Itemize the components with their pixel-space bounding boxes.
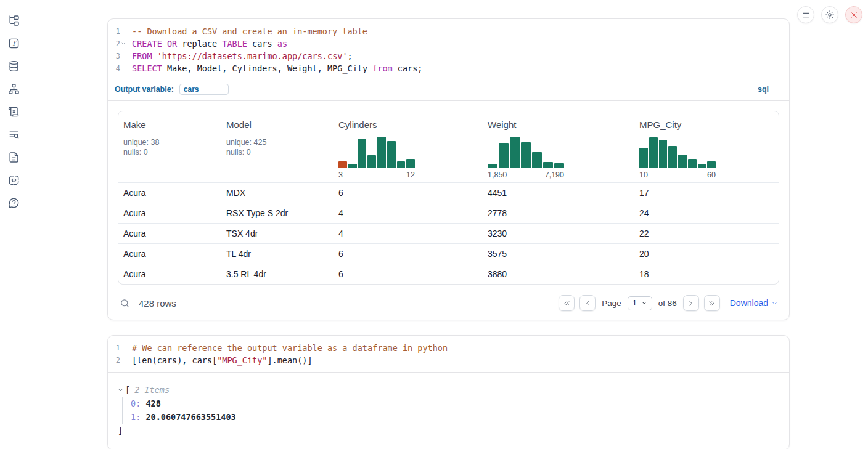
svg-text:f: f [12,39,17,47]
page-select-value: 1 [633,299,637,307]
sidebar-item-snippets[interactable] [7,174,20,186]
sidebar-item-file-tree[interactable] [7,14,20,26]
table-cell: Acura [118,188,221,198]
tree-entry: 0: 428 [131,397,779,410]
table-cell: Acura [118,269,221,279]
sidebar: f [0,0,27,449]
page-select[interactable]: 1 [628,296,652,310]
table-cell: 3.5 RL 4dr [221,269,334,279]
previous-page-button[interactable] [579,295,596,311]
table-cell: 4 [334,229,483,238]
table-cell: 4451 [483,188,634,198]
file-text-icon [8,152,20,163]
gear-icon [825,10,835,20]
chevrons-left-icon [563,299,571,307]
cell-output-divider [108,100,789,101]
histogram-bar [387,141,396,168]
table-body: AcuraMDX6445117AcuraRSX Type S 2dr427782… [118,182,779,284]
sidebar-item-help[interactable] [7,196,20,209]
collapse-chevron-icon[interactable] [118,387,123,393]
table-header-row: Makeunique: 38nulls: 0Modelunique: 425nu… [118,111,779,182]
notebook: 1-- Download a CSV and create an in-memo… [107,18,790,449]
menu-button[interactable] [797,6,814,23]
histogram-bar [659,140,668,168]
table-cell: 17 [634,188,779,198]
table-row: AcuraMDX6445117 [118,182,779,203]
sql-cell-footer: Output variable: sql [108,80,789,100]
sidebar-item-scratchpad[interactable] [7,105,20,118]
table-cell: Acura [118,249,221,259]
histogram-bar [499,143,509,168]
histogram-bar [668,146,677,168]
table-cell: RSX Type S 2dr [221,208,334,218]
table-row: AcuraTSX 4dr4323022 [118,223,779,243]
search-button[interactable] [120,298,130,309]
histogram-bar [488,164,497,168]
column-header-make[interactable]: Makeunique: 38nulls: 0 [118,119,221,182]
code-block-icon [8,174,20,186]
tree-close-bracket: ] [118,424,779,437]
close-button[interactable] [845,6,862,23]
histogram-bar [377,137,386,168]
histogram-bar [367,155,376,168]
table-cell: 6 [334,188,483,198]
column-label: Cylinders [338,119,483,130]
table-cell: 6 [334,269,483,279]
histogram-bar [543,162,553,168]
line-number: 4 [108,62,126,75]
column-header-cylinders[interactable]: Cylinders312 [334,119,483,182]
scroll-icon [8,106,20,118]
table-cell: 3230 [483,229,634,238]
table-cell: TL 4dr [221,249,334,259]
table-cell: 24 [634,208,779,218]
histogram-axis-labels: 1060 [639,171,716,182]
sidebar-item-datasources[interactable] [7,60,20,72]
line-number: 2 [108,38,126,50]
column-stats: unique: 425nulls: 0 [226,137,334,157]
table-row: Acura3.5 RL 4dr6388018 [118,264,779,284]
search-icon [120,298,130,309]
column-header-model[interactable]: Modelunique: 425nulls: 0 [221,119,334,182]
histogram-axis-labels: 312 [338,171,415,182]
page-label: Page [602,299,621,308]
sidebar-item-dependency-graph[interactable] [7,83,20,95]
column-header-mpg_city[interactable]: MPG_City1060 [634,119,779,182]
column-label: MPG_City [639,119,779,130]
chevron-right-icon [687,299,695,307]
language-badge-sql[interactable]: sql [758,85,769,94]
sidebar-item-logs[interactable] [7,128,20,140]
code-line-text: [len(cars), cars["MPG_City"].mean()] [126,354,313,366]
last-page-button[interactable] [704,295,720,311]
sidebar-item-variables[interactable]: f [7,37,20,49]
pagination: Page 1 of 86 Download [559,295,778,311]
table-cell: 4 [334,208,483,218]
settings-button[interactable] [821,6,838,23]
histogram-bar [358,139,367,168]
next-page-button[interactable] [683,295,699,311]
fold-chevron-icon[interactable] [121,41,126,46]
histogram-bars [488,136,564,168]
code-line-text: # We can reference the output variable a… [126,342,448,354]
line-number: 3 [108,50,126,62]
table-cell: 20 [634,249,779,259]
table-cell: Acura [118,208,221,218]
help-bubble-icon [8,197,20,209]
column-header-weight[interactable]: Weight1,8507,190 [483,119,634,182]
histogram-bar [521,142,531,168]
table-cell: 22 [634,229,779,238]
sidebar-item-documentation[interactable] [7,151,20,163]
histogram-bar [406,159,415,168]
histogram-bar [639,148,648,168]
column-stats: unique: 38nulls: 0 [123,137,221,157]
column-label: Make [123,119,221,130]
first-page-button[interactable] [559,295,575,311]
output-variable-input[interactable] [179,84,229,95]
table-cell: MDX [221,188,334,198]
download-button[interactable]: Download [730,298,778,308]
code-line-text: CREATE OR replace TABLE cars as [126,38,287,50]
table-cell: 6 [334,249,483,259]
code-line: 1# We can reference the output variable … [108,342,789,354]
sql-code-editor[interactable]: 1-- Download a CSV and create an in-memo… [108,19,789,80]
python-code-editor[interactable]: 1# We can reference the output variable … [108,336,789,372]
output-variable-label: Output variable: [115,85,174,94]
